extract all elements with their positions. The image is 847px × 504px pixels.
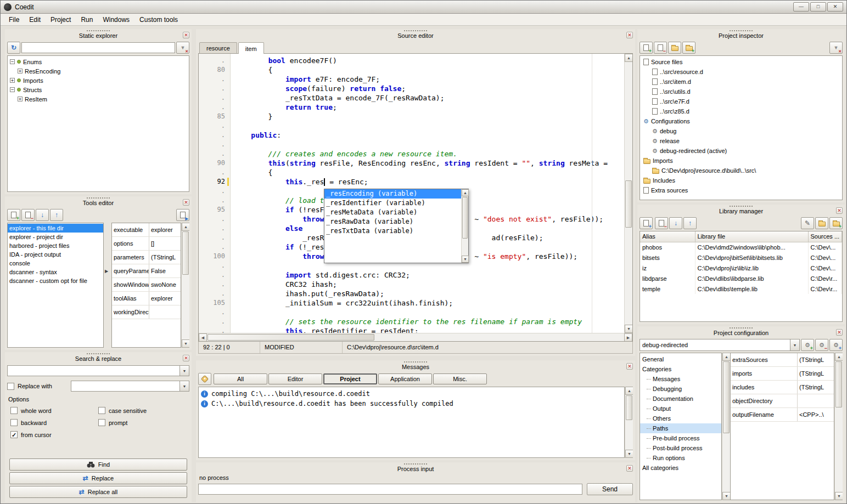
- messages-list[interactable]: icompiling C:\...\build\resource.d.coedi…: [198, 387, 625, 458]
- expand-icon[interactable]: +: [10, 78, 15, 83]
- scroll-left-icon[interactable]: ◀: [199, 333, 207, 342]
- library-row[interactable]: phobosC:\Dev\dmd2\windows\lib\phob...C:\…: [640, 242, 842, 252]
- property-value[interactable]: (TStringL: [798, 384, 834, 390]
- remove-library-button[interactable]: −: [655, 217, 668, 229]
- remove-file-button[interactable]: −: [654, 42, 667, 54]
- completion-item[interactable]: _resMetaData (variable): [324, 208, 461, 217]
- drag-grip-icon[interactable]: [404, 463, 427, 465]
- drag-grip-icon[interactable]: [404, 30, 427, 31]
- drag-grip-icon[interactable]: [87, 353, 110, 354]
- tab-resource[interactable]: resource: [199, 42, 237, 53]
- panel-close-button[interactable]: ✕: [183, 355, 189, 361]
- category-item-post-build-process[interactable]: Post-build process: [640, 443, 721, 453]
- drag-grip-icon[interactable]: [87, 30, 110, 31]
- tools-list[interactable]: explorer - this file direxplorer - proje…: [7, 223, 104, 348]
- menu-file[interactable]: File: [4, 15, 24, 25]
- project-tree-item[interactable]: Imports: [640, 156, 842, 166]
- collapse-icon[interactable]: −: [10, 87, 15, 92]
- tab-item[interactable]: item: [238, 42, 264, 54]
- open-folder-button[interactable]: [668, 42, 681, 54]
- editor-vscrollbar[interactable]: ▲ ▼: [624, 54, 632, 333]
- tool-item[interactable]: harbored - project files: [8, 241, 103, 250]
- project-configuration-header[interactable]: Project configuration ✕: [640, 326, 843, 337]
- category-item-others[interactable]: Others: [640, 414, 721, 423]
- add-library-button[interactable]: +: [640, 217, 653, 229]
- checkbox-prompt[interactable]: prompt: [98, 419, 186, 426]
- tool-item[interactable]: IDA - project output: [8, 250, 103, 259]
- property-value[interactable]: (TStringL: [149, 254, 181, 261]
- maximize-button[interactable]: □: [810, 2, 826, 12]
- static-explorer-tree[interactable]: −Enums+ResEncoding+Imports−Structs+ResIt…: [7, 55, 189, 192]
- replace-term-value[interactable]: [71, 381, 180, 391]
- project-tree-item[interactable]: Includes: [640, 175, 842, 185]
- messages-header[interactable]: Messages ✕: [198, 360, 633, 371]
- completion-item[interactable]: _resEncoding (variable): [324, 189, 461, 199]
- panel-close-button[interactable]: ✕: [626, 32, 633, 38]
- collapse-icon[interactable]: −: [10, 59, 15, 64]
- scrollbar-thumb[interactable]: [207, 334, 374, 341]
- process-input-field[interactable]: [198, 484, 582, 495]
- checkbox-box[interactable]: [7, 383, 14, 390]
- scroll-down-icon[interactable]: ▼: [625, 450, 633, 458]
- select-sources-button[interactable]: +: [829, 217, 843, 229]
- checkbox-box[interactable]: [10, 419, 18, 426]
- library-manager-header[interactable]: Library manager ✕: [640, 205, 843, 216]
- tool-item[interactable]: dscanner - custom opt for file: [8, 276, 103, 285]
- category-item-messages[interactable]: Messages: [640, 374, 721, 384]
- library-table-header[interactable]: AliasLibrary fileSources ...: [640, 231, 842, 242]
- config-categories[interactable]: GeneralCategoriesMessagesDebuggingDocume…: [640, 353, 722, 500]
- category-item-paths[interactable]: Paths: [640, 423, 721, 433]
- property-expand-icon[interactable]: ▶: [105, 269, 108, 274]
- symbol-tree-item[interactable]: +ResItem: [8, 94, 189, 104]
- dropdown-icon[interactable]: ▼: [790, 339, 799, 350]
- checkbox-box[interactable]: ✓: [10, 431, 18, 438]
- property-value[interactable]: swoNone: [149, 281, 181, 288]
- config-props-scrollbar[interactable]: ▲ ▼: [834, 353, 843, 500]
- remove-configuration-button[interactable]: ⚙−: [815, 339, 828, 351]
- find-button[interactable]: Find: [9, 458, 187, 471]
- panel-close-button[interactable]: ✕: [183, 199, 189, 206]
- scroll-down-icon[interactable]: ▼: [835, 492, 843, 500]
- drag-grip-icon[interactable]: [730, 30, 753, 31]
- scroll-up-icon[interactable]: ▲: [722, 353, 731, 361]
- project-tree-item[interactable]: ..\src\item.d: [640, 77, 842, 87]
- edit-library-button[interactable]: ✎: [801, 217, 814, 229]
- panel-close-button[interactable]: ✕: [626, 465, 633, 472]
- remove-tool-button[interactable]: −: [21, 209, 35, 221]
- dropdown-icon[interactable]: ▼: [180, 366, 189, 376]
- project-tree-item[interactable]: ..\src\e7F.d: [640, 97, 842, 106]
- checkbox-box[interactable]: [10, 407, 18, 414]
- tools-editor-header[interactable]: Tools editor ✕: [7, 196, 189, 207]
- drag-grip-icon[interactable]: [404, 361, 427, 363]
- project-tree-item[interactable]: ..\src\resource.d: [640, 67, 842, 77]
- menu-project[interactable]: Project: [46, 15, 76, 25]
- category-item-categories[interactable]: Categories: [640, 364, 721, 374]
- tool-item[interactable]: dscanner - syntax: [8, 268, 103, 276]
- scroll-down-icon[interactable]: ▼: [182, 339, 189, 348]
- minimize-button[interactable]: —: [793, 2, 809, 12]
- scrollbar-thumb[interactable]: [625, 180, 632, 228]
- symbol-tree-item[interactable]: +Imports: [8, 76, 189, 85]
- column-header-sources[interactable]: Sources ...: [808, 231, 842, 242]
- category-item-debugging[interactable]: Debugging: [640, 384, 721, 394]
- editor-hscrollbar[interactable]: ◀ ▶: [199, 333, 632, 341]
- process-input-header[interactable]: Process input ✕: [198, 462, 633, 473]
- library-row[interactable]: libdparseC:\Dev\dlibs\libdparse.libC:\De…: [640, 273, 842, 284]
- static-explorer-header[interactable]: Static explorer ✕: [7, 29, 189, 40]
- scroll-down-icon[interactable]: ▼: [625, 325, 632, 333]
- scrollbar-thumb[interactable]: [626, 395, 632, 420]
- send-button[interactable]: Send: [587, 483, 633, 495]
- menu-custom-tools[interactable]: Custom tools: [134, 15, 183, 25]
- completion-list[interactable]: _resEncoding (variable)_resIdentifier (v…: [324, 189, 461, 263]
- panel-close-button[interactable]: ✕: [626, 363, 633, 370]
- library-row[interactable]: templeC:\Dev\dlibs\temple.libC:\Dev\r...: [640, 284, 842, 294]
- column-header-alias[interactable]: Alias: [640, 231, 695, 242]
- search-term-combobox[interactable]: ▼: [7, 365, 189, 376]
- panel-close-button[interactable]: ✕: [183, 32, 189, 38]
- category-item-pre-build-process[interactable]: Pre-build process: [640, 433, 721, 443]
- apply-tool-button[interactable]: ▶: [176, 209, 189, 221]
- library-table[interactable]: AliasLibrary fileSources ... phobosC:\De…: [640, 231, 842, 294]
- tools-props-scrollbar[interactable]: ▲ ▼: [181, 223, 189, 348]
- dropdown-icon[interactable]: ▼: [180, 381, 189, 391]
- project-tree-item[interactable]: ⚙debug: [640, 126, 842, 136]
